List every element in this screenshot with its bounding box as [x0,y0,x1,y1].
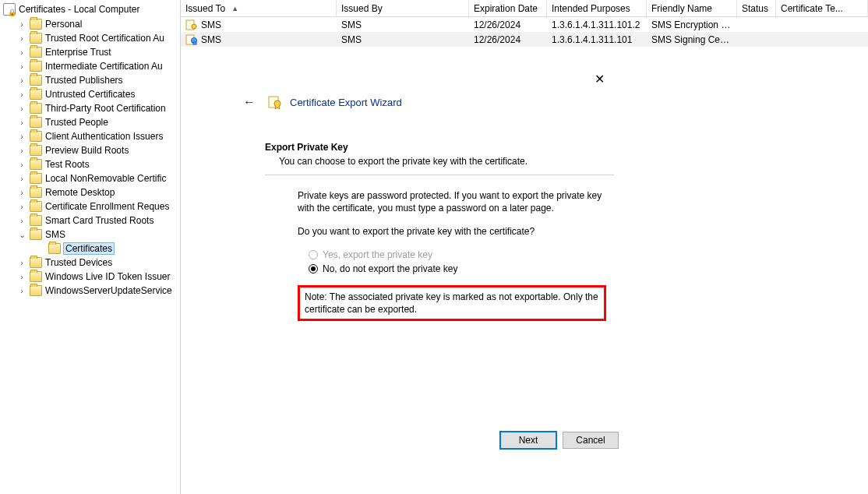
svg-point-1 [192,24,196,29]
wizard-title: Certificate Export Wizard [290,97,402,108]
col-header-status[interactable]: Status [737,0,776,16]
folder-icon [30,271,42,282]
folder-icon [30,47,42,58]
col-header-template[interactable]: Certificate Te... [776,0,868,16]
tree-item[interactable]: Trusted Devices [0,256,180,270]
tree-item-label: Enterprise Trust [45,47,111,58]
folder-icon [30,103,42,114]
certificate-icon [185,19,198,30]
cell-template [776,24,868,26]
chevron-right-icon[interactable] [17,273,26,281]
tree-item[interactable]: Certificates [0,242,180,256]
folder-icon [48,243,61,254]
tree-item-label: Windows Live ID Token Issuer [45,271,171,282]
tree-item[interactable]: Test Roots [0,157,180,171]
tree-item[interactable]: Personal [0,17,180,31]
tree-item[interactable]: Windows Live ID Token Issuer [0,270,180,284]
folder-icon [30,19,42,30]
tree-item[interactable]: Enterprise Trust [0,45,180,59]
folder-icon [30,75,42,86]
col-header-friendly[interactable]: Friendly Name [647,0,737,16]
divider [265,175,614,175]
radio-yes-label: Yes, export the private key [323,249,432,260]
certificate-key-icon [185,34,198,45]
tree-item[interactable]: SMS [0,228,180,242]
cell-issued_by: SMS [337,19,469,31]
tree-item-label: Remote Desktop [45,187,115,198]
chevron-right-icon[interactable] [17,90,26,99]
tree-item[interactable]: Smart Card Trusted Roots [0,213,180,228]
certificate-wizard-icon [268,95,282,109]
radio-no-export[interactable]: No, do not export the private key [309,263,606,274]
chevron-right-icon[interactable] [17,287,26,295]
folder-icon [30,131,42,142]
chevron-right-icon[interactable] [17,104,26,113]
chevron-right-icon[interactable] [17,48,26,57]
chevron-right-icon[interactable] [17,76,26,85]
section-subtitle: You can choose to export the private key… [279,156,614,167]
chevron-right-icon[interactable] [17,34,26,43]
chevron-right-icon[interactable] [17,161,26,169]
chevron-right-icon[interactable] [17,259,26,267]
cert-list-row[interactable]: SMSSMS12/26/20241.3.6.1.4.1.311.101.2SMS… [181,17,868,32]
col-header-purposes[interactable]: Intended Purposes [547,0,647,16]
col-header-issued-to[interactable]: Issued To ▲ [181,0,337,16]
col-header-issued-by[interactable]: Issued By [337,0,469,16]
tree-item[interactable]: Preview Build Roots [0,143,180,157]
tree-item[interactable]: Client Authentication Issuers [0,129,180,143]
radio-icon [309,250,318,259]
cancel-button[interactable]: Cancel [563,432,619,449]
chevron-right-icon[interactable] [17,146,26,155]
cell-purposes: 1.3.6.1.4.1.311.101.2 [547,19,647,31]
section-title: Export Private Key [265,142,614,153]
cell-purposes: 1.3.6.1.4.1.311.101 [547,34,647,46]
tree-item-label: Intermediate Certification Au [45,61,163,72]
col-header-issued-to-label: Issued To [185,3,225,14]
tree-item-label: Local NonRemovable Certific [45,173,166,184]
tree-item-label: Preview Build Roots [45,145,129,156]
certificates-store-icon [3,3,16,16]
back-button[interactable]: ← [238,94,260,111]
tree-item[interactable]: WindowsServerUpdateService [0,284,180,298]
cell-friendly: SMS Encryption Cer... [647,19,737,31]
tree-item[interactable]: Untrusted Certificates [0,87,180,101]
close-button[interactable]: ✕ [588,70,611,89]
cell-issued_by: SMS [337,34,469,46]
tree-item-label: Certificates [64,243,114,254]
chevron-right-icon[interactable] [17,189,26,197]
chevron-right-icon[interactable] [17,203,26,211]
tree-item[interactable]: Local NonRemovable Certific [0,171,180,185]
chevron-right-icon[interactable] [17,20,26,29]
folder-icon [30,33,42,44]
tree-item[interactable]: Certificate Enrollment Reques [0,199,180,213]
col-header-expiration[interactable]: Expiration Date [469,0,547,16]
tree-root-label: Certificates - Local Computer [19,4,139,15]
tree-item[interactable]: Third-Party Root Certification [0,101,180,115]
cell-friendly: SMS Signing Certifi... [647,34,737,46]
folder-icon [30,187,42,198]
folder-icon [30,257,42,268]
cell-issued-to: SMS [201,34,221,45]
chevron-right-icon[interactable] [17,175,26,183]
tree-item-label: Test Roots [45,159,90,170]
tree-item[interactable]: Remote Desktop [0,185,180,199]
tree-item[interactable]: Trusted Publishers [0,73,180,87]
chevron-down-icon[interactable] [17,231,26,239]
next-button[interactable]: Next [500,432,556,449]
cert-list-row[interactable]: SMSSMS12/26/20241.3.6.1.4.1.311.101SMS S… [181,32,868,47]
folder-icon [30,89,42,100]
right-pane: Issued To ▲ Issued By Expiration Date In… [181,0,868,494]
tree-item-label: Personal [45,19,82,30]
chevron-right-icon[interactable] [17,132,26,141]
tree-item[interactable]: Trusted Root Certification Au [0,31,180,45]
chevron-right-icon[interactable] [17,62,26,71]
tree-item[interactable]: Intermediate Certification Au [0,59,180,73]
chevron-right-icon[interactable] [17,118,26,127]
tree-item[interactable]: Trusted People [0,115,180,129]
folder-icon [30,173,42,184]
folder-icon [30,145,42,156]
chevron-right-icon[interactable] [17,217,26,225]
tree-item-label: Trusted Root Certification Au [45,33,164,44]
note-not-exportable: Note: The associated private key is mark… [298,285,606,321]
tree-root[interactable]: Certificates - Local Computer [0,2,180,17]
